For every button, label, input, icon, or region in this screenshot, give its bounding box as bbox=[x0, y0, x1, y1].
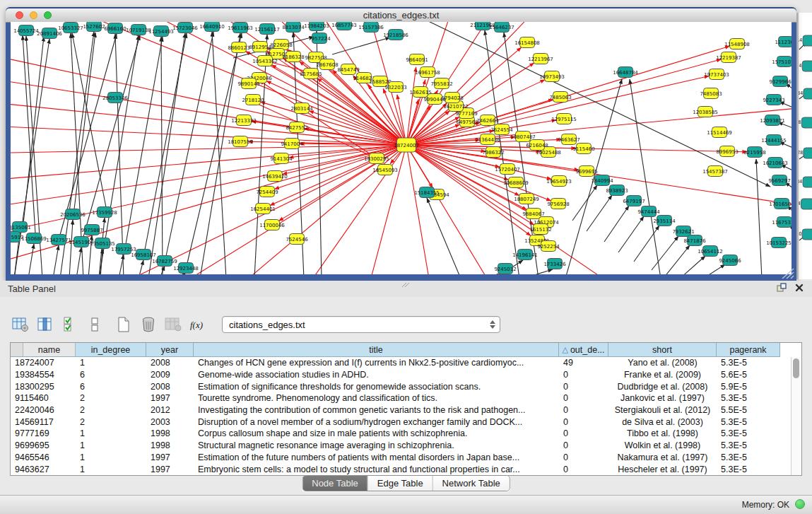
graph-edge[interactable] bbox=[72, 33, 106, 207]
table-cell[interactable]: Hescheler et al. (1997) bbox=[608, 465, 717, 474]
table-row[interactable]: 2242004622012Investigating the contribut… bbox=[11, 404, 801, 416]
table-cell[interactable]: 0 bbox=[559, 440, 608, 450]
table-cell[interactable]: 0 bbox=[559, 428, 608, 438]
table-row[interactable]: 969969511998Structural magnetic resonanc… bbox=[11, 440, 801, 452]
table-cell[interactable]: Estimation of significance thresholds fo… bbox=[194, 382, 559, 392]
column-settings-button[interactable] bbox=[11, 315, 30, 334]
table-cell[interactable]: Stergiakouli et al. (2012) bbox=[608, 405, 717, 415]
table-cell[interactable]: 19384554 bbox=[11, 370, 76, 380]
table-cell[interactable]: 0 bbox=[559, 405, 608, 415]
table-cell[interactable]: 5.6E-5 bbox=[717, 370, 780, 380]
window-resize-grip[interactable] bbox=[779, 267, 795, 279]
table-cell[interactable]: Nakamura et al. (1997) bbox=[608, 452, 717, 462]
network-canvas[interactable]: 1830029514055724208914061065332715276026… bbox=[11, 22, 792, 274]
column-header-year[interactable]: year bbox=[146, 343, 194, 357]
table-cell[interactable]: 14569117 bbox=[11, 417, 76, 427]
table-cell[interactable]: de Silva et al. (2003) bbox=[608, 417, 717, 427]
table-cell[interactable]: 49 bbox=[559, 358, 608, 368]
graph-edge[interactable] bbox=[332, 37, 390, 54]
column-header-short[interactable]: short bbox=[608, 343, 717, 357]
graph-edge[interactable] bbox=[604, 206, 629, 242]
graph-edge[interactable] bbox=[166, 32, 213, 256]
graph-edge[interactable] bbox=[253, 102, 377, 158]
table-cell[interactable]: 0 bbox=[559, 370, 608, 380]
graph-edge[interactable] bbox=[406, 67, 416, 145]
table-row[interactable]: 1830029562008Estimation of significance … bbox=[11, 380, 801, 392]
table-cell[interactable]: Franke et al. (2009) bbox=[608, 370, 717, 380]
table-cell[interactable]: 2012 bbox=[146, 405, 194, 415]
graph-edge[interactable] bbox=[587, 195, 612, 231]
table-cell[interactable]: 5.3E-5 bbox=[717, 440, 780, 450]
table-cell[interactable]: Jankovic et al. (1997) bbox=[608, 393, 717, 403]
graph-edge[interactable] bbox=[680, 256, 705, 274]
tab-network-table[interactable]: Network Table bbox=[433, 476, 510, 491]
table-cell[interactable]: 1 bbox=[76, 428, 146, 438]
graph-edge[interactable] bbox=[139, 260, 143, 274]
table-row[interactable]: 1938455462009Genome-wide association stu… bbox=[11, 369, 801, 381]
table-row[interactable]: 946554611997Estimation of the future num… bbox=[11, 452, 801, 464]
function-builder-button[interactable]: f(x) bbox=[189, 315, 207, 334]
graph-edge[interactable] bbox=[11, 145, 406, 182]
tab-node-table[interactable]: Node Table bbox=[302, 476, 368, 491]
table-cell[interactable]: Investigating the contribution of common… bbox=[194, 405, 559, 415]
graph-edge[interactable] bbox=[76, 247, 81, 274]
graph-edge[interactable] bbox=[126, 37, 163, 244]
graph-edge[interactable] bbox=[69, 220, 73, 274]
table-cell[interactable]: 1 bbox=[76, 465, 146, 474]
tab-edge-table[interactable]: Edge Table bbox=[368, 476, 433, 491]
table-cell[interactable]: 2009 bbox=[146, 370, 194, 380]
graph-edge[interactable] bbox=[427, 198, 461, 274]
table-cell[interactable]: 9115460 bbox=[11, 393, 76, 403]
table-cell[interactable]: 5.3E-5 bbox=[717, 428, 780, 438]
table-cell[interactable]: Tourette syndrome. Phenomenology and cla… bbox=[194, 393, 559, 403]
column-header-name[interactable]: name bbox=[23, 343, 76, 357]
table-cell[interactable]: 2 bbox=[76, 405, 146, 415]
table-cell[interactable]: 6 bbox=[76, 370, 146, 380]
delete-table-button[interactable] bbox=[139, 315, 158, 334]
table-cell[interactable]: 2008 bbox=[146, 358, 194, 368]
table-row[interactable]: 946362711997Embryonic stem cells: a mode… bbox=[11, 463, 801, 475]
table-cell[interactable]: 5.9E-5 bbox=[717, 382, 780, 392]
table-cell[interactable]: 5.3E-5 bbox=[717, 393, 780, 403]
table-cell[interactable]: 1998 bbox=[146, 440, 194, 450]
graph-edge[interactable] bbox=[11, 145, 406, 153]
column-header-title[interactable]: title bbox=[194, 343, 559, 357]
dropdown-stepper-icon[interactable] bbox=[488, 319, 496, 330]
graph-edge[interactable] bbox=[618, 216, 644, 252]
memory-status-icon[interactable] bbox=[795, 499, 805, 509]
close-panel-icon[interactable] bbox=[795, 284, 804, 292]
table-cell[interactable]: Structural magnetic resonance image aver… bbox=[194, 440, 559, 450]
graph-edge[interactable] bbox=[254, 35, 267, 274]
table-row[interactable]: 911546021997Tourette syndrome. Phenomeno… bbox=[11, 392, 801, 404]
table-cell[interactable]: 6 bbox=[76, 382, 146, 392]
scrollbar-thumb[interactable] bbox=[793, 358, 799, 378]
divider-grip[interactable] bbox=[401, 282, 410, 288]
graph-edge[interactable] bbox=[406, 145, 551, 179]
table-cell[interactable]: 0 bbox=[559, 417, 608, 427]
table-cell[interactable]: 9465546 bbox=[11, 452, 76, 462]
table-cell[interactable]: 9699695 bbox=[11, 440, 76, 450]
select-all-button[interactable] bbox=[61, 315, 79, 334]
table-cell[interactable]: Disruption of a novel member of a sodium… bbox=[194, 417, 559, 427]
graph-edge[interactable] bbox=[756, 159, 762, 274]
graph-edge[interactable] bbox=[703, 264, 725, 274]
table-cell[interactable]: 0 bbox=[559, 465, 608, 474]
network-view-window[interactable]: citations_edges.txt 18300295140557242089… bbox=[6, 7, 796, 281]
table-cell[interactable]: 5.5E-5 bbox=[717, 405, 780, 415]
table-select-dropdown[interactable]: citations_edges.txt bbox=[222, 316, 500, 333]
table-cell[interactable]: 9777169 bbox=[11, 428, 76, 438]
table-cell[interactable]: 0 bbox=[559, 382, 608, 392]
table-cell[interactable]: Tibbo et al. (1998) bbox=[608, 428, 717, 438]
table-cell[interactable]: Changes of HCN gene expression and I(f) … bbox=[194, 358, 559, 368]
table-cell[interactable]: 2003 bbox=[146, 417, 194, 427]
column-header-pagerank[interactable]: pagerank bbox=[717, 343, 780, 357]
table-cell[interactable]: 5.3E-5 bbox=[717, 465, 780, 474]
table-cell[interactable]: Wolkin et al. (1998) bbox=[608, 440, 717, 450]
graph-edge[interactable] bbox=[170, 145, 406, 274]
new-table-button[interactable] bbox=[114, 315, 133, 334]
graph-edge[interactable] bbox=[572, 185, 597, 221]
graph-edge[interactable] bbox=[212, 32, 226, 274]
graph-edge[interactable] bbox=[23, 37, 44, 223]
table-cell[interactable]: 0 bbox=[559, 393, 608, 403]
table-cell[interactable]: Yano et al. (2008) bbox=[608, 358, 717, 368]
